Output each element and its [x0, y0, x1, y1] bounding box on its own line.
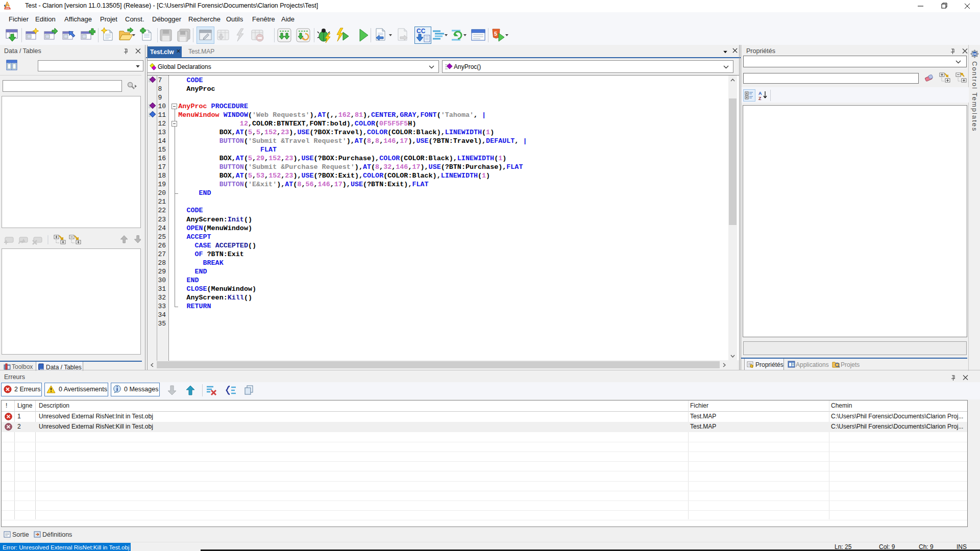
- svg-text:CC: CC: [416, 28, 426, 35]
- svg-text:OK: OK: [972, 53, 976, 56]
- svg-text:A: A: [758, 91, 762, 96]
- svg-text:Z: Z: [758, 96, 762, 101]
- svg-text:5: 5: [494, 31, 497, 37]
